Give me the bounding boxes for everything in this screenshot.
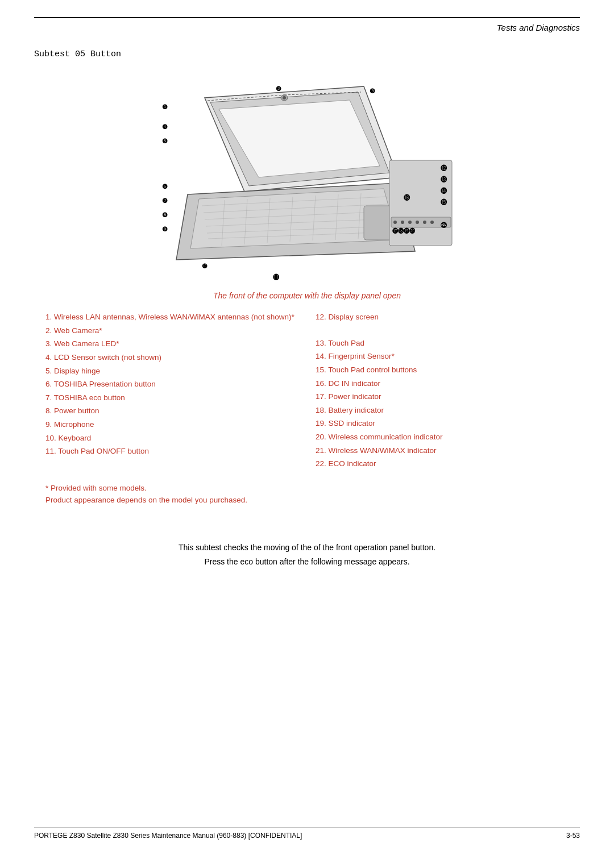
list-item: 14. Fingerprint Sensor* [316,350,569,363]
svg-text:⓱⓲⓳⓴: ⓱⓲⓳⓴ [392,227,416,234]
list-item: 11. Touch Pad ON/OFF button [45,445,298,458]
svg-point-29 [423,221,426,224]
list-item: 21. Wireless WAN/WiMAX indicator [316,444,569,458]
list-item: 12. Display screen [316,310,569,324]
laptop-diagram: ❶ ❷ ❸ ❹ ❺ ❻ ❼ ❽ ❾ [148,69,466,285]
svg-text:❻: ❻ [162,183,168,190]
svg-text:⓭: ⓭ [441,176,447,183]
footer: PORTEGE Z830 Satellite Z830 Series Maint… [34,828,580,840]
parts-list-container: 1. Wireless LAN antennas, Wireless WAN/W… [34,310,580,471]
svg-point-27 [408,221,412,224]
svg-text:❽: ❽ [162,211,168,218]
parts-right-list: 12. Display screen 13. Touch Pad 14. Fin… [316,310,569,471]
svg-text:❷: ❷ [276,85,281,92]
parts-left-list: 1. Wireless LAN antennas, Wireless WAN/W… [45,310,298,458]
page-container: Tests and Diagnostics Subtest 05 Button [0,0,614,868]
description-section: This subtest checks the moving of the of… [34,541,580,569]
parts-left-col: 1. Wireless LAN antennas, Wireless WAN/W… [45,310,298,471]
list-item: 1. Wireless LAN antennas, Wireless WAN/W… [45,310,298,324]
svg-text:㉒: ㉒ [441,222,447,229]
list-item: 16. DC IN indicator [316,377,569,391]
svg-point-30 [430,221,434,224]
svg-text:❾: ❾ [162,226,168,232]
list-item: 7. TOSHIBA eco button [45,391,298,405]
svg-point-25 [393,221,397,224]
parts-right-col: 12. Display screen 13. Touch Pad 14. Fin… [316,310,569,471]
list-item: 4. LCD Sensor switch (not shown) [45,351,298,364]
laptop-svg: ❶ ❷ ❸ ❹ ❺ ❻ ❼ ❽ ❾ [148,69,466,285]
subtest-label: Subtest 05 Button [34,49,580,59]
list-item: 6. TOSHIBA Presentation button [45,377,298,391]
description-line2: Press the eco button after the following… [91,555,523,569]
list-item: 2. Web Camera* [45,324,298,338]
list-item: 15. Touch Pad control buttons [316,363,569,377]
diagram-area: ❶ ❷ ❸ ❹ ❺ ❻ ❼ ❽ ❾ [34,69,580,285]
svg-text:⓰: ⓰ [404,194,410,201]
footer-left: PORTEGE Z830 Satellite Z830 Series Maint… [34,832,302,840]
note-line1: * Provided with some models. [45,482,569,495]
list-item: 5. Display hinge [45,364,298,378]
note-section: * Provided with some models. Product app… [34,482,580,506]
list-item: 10. Keyboard [45,431,298,445]
note-line2: Product appearance depends on the model … [45,494,569,506]
svg-text:❺: ❺ [162,138,168,144]
svg-text:❹: ❹ [162,123,168,130]
svg-text:❸: ❸ [370,88,375,94]
footer-right: 3-53 [566,832,580,840]
header-rule [34,17,580,18]
list-item: 22. ECO indicator [316,457,569,471]
list-item: 3. Web Camera LED* [45,337,298,351]
description-line1: This subtest checks the moving of the of… [91,541,523,555]
header-title: Tests and Diagnostics [34,23,580,32]
list-item: 17. Power indicator [316,390,569,404]
list-item: 9. Microphone [45,418,298,431]
list-item: 8. Power button [45,404,298,418]
diagram-caption: The front of the computer with the displ… [34,291,580,300]
svg-text:⓮: ⓮ [441,187,447,194]
list-item: 13. Touch Pad [316,337,569,350]
svg-text:⓫: ⓫ [273,273,280,281]
svg-text:❼: ❼ [162,197,168,204]
list-item: 20. Wireless communication indicator [316,430,569,444]
svg-text:❿: ❿ [202,263,208,269]
svg-point-4 [283,96,286,99]
list-item: 19. SSD indicator [316,417,569,430]
svg-point-26 [401,221,404,224]
svg-text:❶: ❶ [162,103,168,110]
svg-text:⓯: ⓯ [441,198,447,206]
svg-text:⓬: ⓬ [441,164,447,172]
svg-point-28 [416,221,419,224]
list-item: 18. Battery indicator [316,404,569,417]
